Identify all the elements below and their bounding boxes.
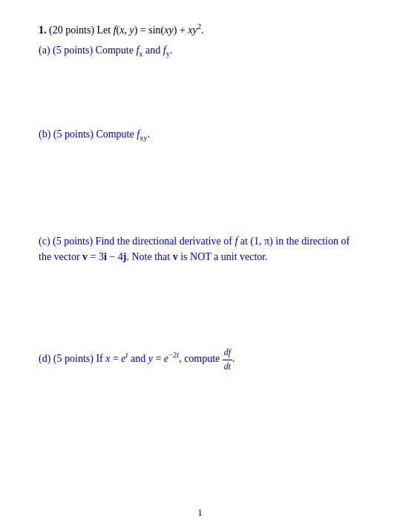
part-d: (d) (5 points) If x = et and y = e−2t, c…: [39, 346, 361, 374]
page-content: 1. (20 points) Let f(x, y) = sin(xy) + x…: [39, 21, 361, 373]
problem-number: 1.: [39, 25, 47, 36]
part-b-label: (b) (5 points) Compute fxy.: [39, 129, 150, 140]
part-c-label: (c) (5 points) Find the directional deri…: [39, 236, 350, 262]
page-number: 1: [197, 507, 203, 519]
part-d-label: (d) (5 points) If x = et and y = e−2t, c…: [39, 353, 235, 364]
frac-numerator: df: [223, 346, 232, 360]
part-c: (c) (5 points) Find the directional deri…: [39, 233, 361, 265]
part-b: (b) (5 points) Compute fxy.: [39, 126, 361, 144]
part-a: (a) (5 points) Compute fx and fy.: [39, 42, 361, 60]
problem-header: 1. (20 points) Let f(x, y) = sin(xy) + x…: [39, 21, 361, 38]
part-a-label: (a) (5 points) Compute fx and fy.: [39, 45, 172, 56]
frac-denominator: dt: [223, 360, 232, 374]
fraction-df-dt: df dt: [223, 346, 232, 374]
problem-points: (20 points) Let f(x, y) = sin(xy) + xy2.: [49, 25, 203, 36]
